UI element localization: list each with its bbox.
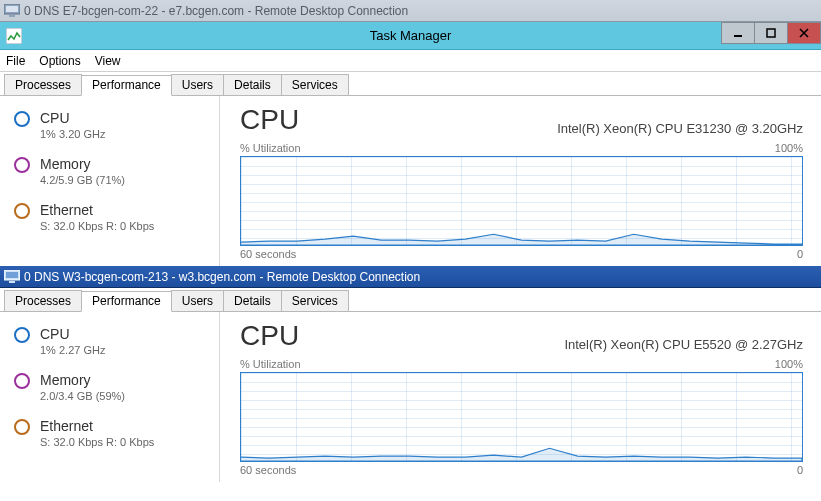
memory-ring-icon (14, 157, 30, 173)
rdp-title-bar-2: 0 DNS W3-bcgen-com-213 - w3.bcgen.com - … (0, 266, 821, 288)
tab-users[interactable]: Users (171, 290, 224, 311)
cpu-ring-icon (14, 327, 30, 343)
chart-zero-label: 0 (797, 248, 803, 260)
tab-performance[interactable]: Performance (81, 291, 172, 312)
panel-title: CPU (240, 104, 299, 136)
task-manager-titlebar: Task Manager (0, 22, 821, 50)
tab-strip-1: Processes Performance Users Details Serv… (0, 72, 821, 96)
sidebar-2: CPU 1% 2.27 GHz Memory 2.0/3.4 GB (59%) … (0, 312, 220, 482)
task-manager-icon (6, 28, 22, 44)
sidebar-1: CPU 1% 3.20 GHz Memory 4.2/5.9 GB (71%) … (0, 96, 220, 266)
svg-rect-1 (6, 6, 18, 12)
rdp-title-text: 0 DNS W3-bcgen-com-213 - w3.bcgen.com - … (24, 270, 420, 284)
panel-title: CPU (240, 320, 299, 352)
cpu-panel-1: CPU Intel(R) Xeon(R) CPU E31230 @ 3.20GH… (220, 96, 821, 266)
rdp-title-bar-1: 0 DNS E7-bcgen-com-22 - e7.bcgen.com - R… (0, 0, 821, 22)
chart-util-label: % Utilization (240, 142, 301, 154)
tab-services[interactable]: Services (281, 74, 349, 95)
sidebar-memory-title: Memory (40, 372, 125, 388)
chart-max-label: 100% (775, 358, 803, 370)
task-manager-body-1: CPU 1% 3.20 GHz Memory 4.2/5.9 GB (71%) … (0, 96, 821, 266)
chart-util-label: % Utilization (240, 358, 301, 370)
svg-rect-8 (9, 281, 15, 283)
svg-rect-2 (9, 15, 15, 17)
sidebar-item-memory[interactable]: Memory 2.0/3.4 GB (59%) (0, 366, 219, 412)
sidebar-item-ethernet[interactable]: Ethernet S: 32.0 Kbps R: 0 Kbps (0, 196, 219, 242)
close-button[interactable] (787, 22, 821, 44)
tab-users[interactable]: Users (171, 74, 224, 95)
ethernet-ring-icon (14, 419, 30, 435)
menu-options[interactable]: Options (39, 54, 80, 68)
rdp-icon (4, 4, 20, 18)
task-manager-body-2: CPU 1% 2.27 GHz Memory 2.0/3.4 GB (59%) … (0, 312, 821, 482)
window-buttons (722, 22, 821, 49)
chart-max-label: 100% (775, 142, 803, 154)
sidebar-cpu-sub: 1% 3.20 GHz (40, 128, 105, 140)
menu-file[interactable]: File (6, 54, 25, 68)
tab-performance[interactable]: Performance (81, 75, 172, 96)
memory-ring-icon (14, 373, 30, 389)
tab-details[interactable]: Details (223, 74, 282, 95)
chart-time-label: 60 seconds (240, 248, 296, 260)
maximize-button[interactable] (754, 22, 788, 44)
task-manager-title: Task Manager (370, 28, 452, 43)
sidebar-ethernet-title: Ethernet (40, 418, 154, 434)
menu-bar: File Options View (0, 50, 821, 72)
rdp-icon (4, 270, 20, 284)
svg-rect-7 (6, 272, 18, 278)
sidebar-item-cpu[interactable]: CPU 1% 3.20 GHz (0, 104, 219, 150)
cpu-ring-icon (14, 111, 30, 127)
menu-view[interactable]: View (95, 54, 121, 68)
cpu-panel-2: CPU Intel(R) Xeon(R) CPU E5520 @ 2.27GHz… (220, 312, 821, 482)
sidebar-ethernet-title: Ethernet (40, 202, 154, 218)
sidebar-item-ethernet[interactable]: Ethernet S: 32.0 Kbps R: 0 Kbps (0, 412, 219, 458)
sidebar-memory-sub: 4.2/5.9 GB (71%) (40, 174, 125, 186)
sidebar-cpu-sub: 1% 2.27 GHz (40, 344, 105, 356)
chart-zero-label: 0 (797, 464, 803, 476)
sidebar-cpu-title: CPU (40, 110, 105, 126)
sidebar-item-memory[interactable]: Memory 4.2/5.9 GB (71%) (0, 150, 219, 196)
sidebar-item-cpu[interactable]: CPU 1% 2.27 GHz (0, 320, 219, 366)
tab-strip-2: Processes Performance Users Details Serv… (0, 288, 821, 312)
sidebar-ethernet-sub: S: 32.0 Kbps R: 0 Kbps (40, 220, 154, 232)
tab-services[interactable]: Services (281, 290, 349, 311)
sidebar-memory-sub: 2.0/3.4 GB (59%) (40, 390, 125, 402)
tab-processes[interactable]: Processes (4, 74, 82, 95)
cpu-chart-2 (240, 372, 803, 462)
chart-time-label: 60 seconds (240, 464, 296, 476)
minimize-button[interactable] (721, 22, 755, 44)
tab-processes[interactable]: Processes (4, 290, 82, 311)
sidebar-cpu-title: CPU (40, 326, 105, 342)
tab-details[interactable]: Details (223, 290, 282, 311)
svg-rect-5 (767, 29, 775, 37)
sidebar-memory-title: Memory (40, 156, 125, 172)
panel-subtitle: Intel(R) Xeon(R) CPU E5520 @ 2.27GHz (564, 337, 803, 352)
svg-rect-4 (734, 35, 742, 37)
panel-subtitle: Intel(R) Xeon(R) CPU E31230 @ 3.20GHz (557, 121, 803, 136)
sidebar-ethernet-sub: S: 32.0 Kbps R: 0 Kbps (40, 436, 154, 448)
rdp-title-text: 0 DNS E7-bcgen-com-22 - e7.bcgen.com - R… (24, 4, 408, 18)
ethernet-ring-icon (14, 203, 30, 219)
cpu-chart-1 (240, 156, 803, 246)
